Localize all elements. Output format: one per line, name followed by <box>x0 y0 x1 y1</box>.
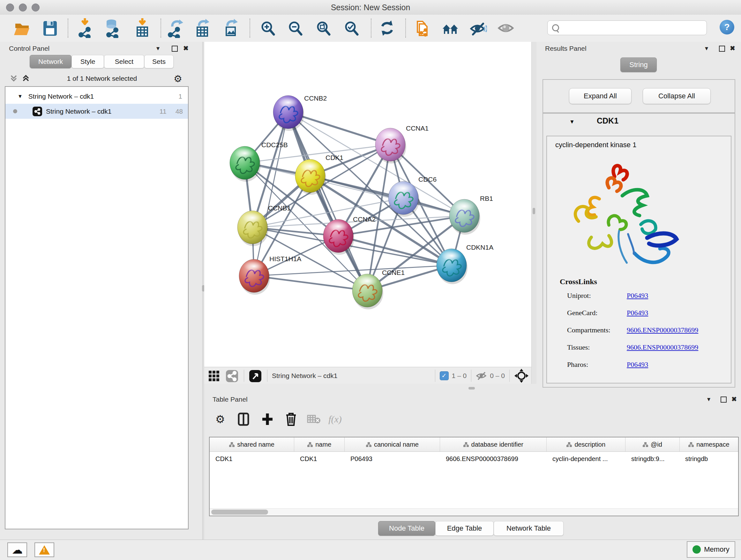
tab-style[interactable]: Style <box>71 55 104 68</box>
refresh-icon[interactable] <box>379 18 396 38</box>
import-network-database-icon[interactable] <box>104 18 122 38</box>
splitter-handle[interactable] <box>468 387 475 389</box>
zoom-out-icon[interactable] <box>286 18 305 38</box>
node-label: CDC6 <box>418 176 436 183</box>
expand-all-icon[interactable] <box>21 74 30 83</box>
expand-all-button[interactable]: Expand All <box>569 88 631 104</box>
delete-table-icon[interactable] <box>305 410 323 428</box>
network-edge[interactable] <box>254 276 367 291</box>
crosslink-label: Tissues: <box>567 343 590 352</box>
share-view-icon[interactable] <box>225 369 239 383</box>
tab-edge-table[interactable]: Edge Table <box>435 521 494 536</box>
node-label: CCNB2 <box>304 95 327 102</box>
export-image-icon[interactable] <box>222 18 240 38</box>
tab-network[interactable]: Network <box>30 55 71 68</box>
tab-sets[interactable]: Sets <box>144 55 174 68</box>
create-column-plus-icon[interactable] <box>259 410 276 428</box>
horizontal-scrollbar[interactable] <box>210 508 738 516</box>
delete-column-trash-icon[interactable] <box>282 410 300 428</box>
zoom-in-icon[interactable] <box>259 18 277 38</box>
protein-structure-image <box>561 158 689 275</box>
show-eye-icon[interactable] <box>497 18 515 38</box>
network-node-cdk1[interactable]: CDK1 <box>295 154 343 195</box>
collection-expand-icon[interactable]: ▼ <box>17 94 23 99</box>
selected-checkbox-icon[interactable]: ✓ <box>440 371 449 380</box>
network-node-cdkn1a[interactable]: CDKN1A <box>436 244 493 284</box>
save-session-icon[interactable] <box>41 18 59 38</box>
tab-select[interactable]: Select <box>104 55 144 68</box>
table-settings-gear-icon[interactable]: ⚙ <box>211 410 229 428</box>
panel-float-icon[interactable] <box>719 46 725 52</box>
export-table-icon[interactable] <box>193 18 211 38</box>
tab-network-table[interactable]: Network Table <box>494 521 563 536</box>
crosslink-link[interactable]: P06493 <box>627 309 648 317</box>
network-row[interactable]: String Network – cdk1 11 48 <box>5 104 188 119</box>
panel-menu-icon[interactable]: ▾ <box>156 44 159 52</box>
open-in-window-icon[interactable] <box>249 369 263 383</box>
node-label: CCNB1 <box>268 204 291 212</box>
warnings-button[interactable] <box>35 543 54 557</box>
network-options-gear-icon[interactable]: ⚙ <box>174 73 182 84</box>
hide-glass-eye-icon[interactable] <box>469 18 487 38</box>
gene-details: cyclin-dependent kinase 1 <box>546 136 731 383</box>
collapse-all-icon[interactable] <box>9 74 18 83</box>
zoom-fit-icon[interactable] <box>315 18 333 38</box>
panel-float-icon[interactable] <box>172 46 178 52</box>
network-canvas[interactable]: CCNB2CCNA1CDC25BCDK1CDC6RB1CCNB1CCNA2CDK… <box>204 42 531 367</box>
network-collection-row[interactable]: ▼ String Network – cdk1 1 <box>5 89 188 104</box>
string-network-icon <box>32 107 42 116</box>
panel-menu-icon[interactable]: ▾ <box>707 395 711 403</box>
export-network-icon[interactable] <box>166 18 185 38</box>
collapse-all-button[interactable]: Collapse All <box>643 88 711 104</box>
network-node-cdc6[interactable]: CDC6 <box>388 176 436 217</box>
open-session-icon[interactable] <box>13 18 30 38</box>
network-node-rb1[interactable]: RB1 <box>449 195 493 235</box>
application-window: Session: New Session <box>0 0 741 560</box>
crosslink-link[interactable]: P06493 <box>627 361 648 369</box>
panel-float-icon[interactable] <box>721 396 727 402</box>
show-columns-icon[interactable] <box>235 410 253 428</box>
network-node-ccnb2[interactable]: CCNB2 <box>273 95 327 131</box>
string-home-icon[interactable] <box>441 18 459 38</box>
selected-counts: 1 – 0 <box>452 372 467 380</box>
cloud-button[interactable]: ☁ <box>7 543 27 557</box>
title-bar: Session: New Session <box>0 0 741 15</box>
memory-button[interactable]: Memory <box>687 541 735 558</box>
network-edge[interactable] <box>288 112 367 291</box>
cloud-icon: ☁ <box>12 547 23 553</box>
panel-close-icon[interactable]: ✖ <box>730 44 735 52</box>
crosslink-link[interactable]: P06493 <box>627 292 648 300</box>
birdseye-grid-icon[interactable] <box>208 369 221 382</box>
crosslink-link[interactable]: 9606.ENSP00000378699 <box>627 326 698 334</box>
open-file-network-icon[interactable] <box>413 18 431 38</box>
scrollbar-thumb[interactable] <box>211 509 268 515</box>
network-edge[interactable] <box>254 112 288 276</box>
search-input[interactable] <box>547 20 707 35</box>
column-header[interactable]: @id <box>625 437 679 451</box>
panel-close-icon[interactable]: ✖ <box>183 44 189 52</box>
help-button[interactable]: ? <box>720 20 734 35</box>
panel-menu-icon[interactable]: ▾ <box>705 44 708 52</box>
function-builder-fx[interactable]: f(x) <box>326 410 344 428</box>
gene-collapse-icon[interactable]: ▼ <box>569 119 575 125</box>
column-header[interactable]: name <box>294 437 345 451</box>
column-header[interactable]: database identifier <box>440 437 547 451</box>
splitter-handle[interactable] <box>533 208 535 214</box>
column-header[interactable]: description <box>547 437 625 451</box>
column-header[interactable]: namespace <box>680 437 738 451</box>
crosslink-link[interactable]: 9606.ENSP00000378699 <box>627 343 698 352</box>
tab-string[interactable]: String <box>620 57 657 72</box>
network-edge-count: 48 <box>176 108 183 115</box>
network-node-ccna1[interactable]: CCNA1 <box>375 125 428 164</box>
import-table-file-icon[interactable] <box>133 18 151 38</box>
network-graph[interactable]: CCNB2CCNA1CDC25BCDK1CDC6RB1CCNB1CCNA2CDK… <box>204 42 531 367</box>
column-header[interactable]: canonical name <box>345 437 440 451</box>
fit-selected-crosshair-icon[interactable] <box>514 368 529 383</box>
panel-close-icon[interactable]: ✖ <box>731 395 737 403</box>
table-row[interactable]: CDK1 CDK1 P06493 9606.ENSP00000378699 cy… <box>210 452 738 466</box>
import-network-file-icon[interactable] <box>77 18 95 38</box>
node-label: CDK1 <box>326 154 343 161</box>
zoom-selected-icon[interactable] <box>343 18 360 38</box>
column-header[interactable]: shared name <box>210 437 294 451</box>
tab-node-table[interactable]: Node Table <box>378 521 435 536</box>
